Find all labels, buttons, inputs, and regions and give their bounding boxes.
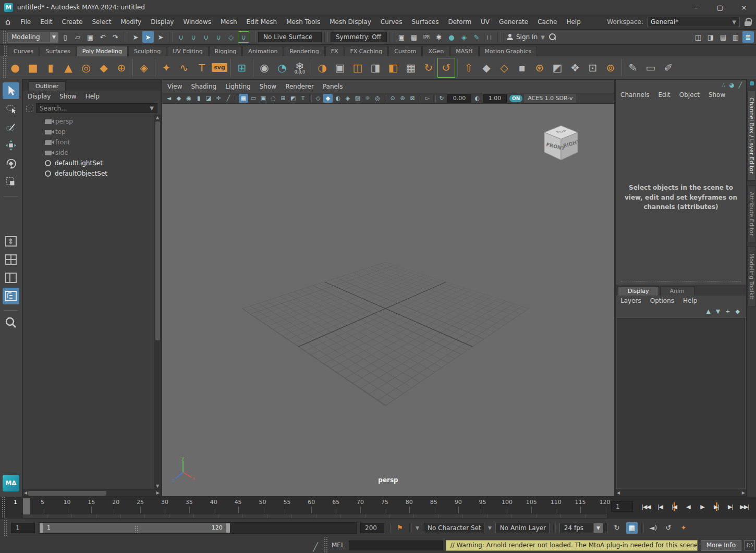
layer-list-area[interactable] [617, 318, 745, 488]
toggle-tool-settings-icon[interactable]: ◨ [705, 31, 716, 43]
close-button[interactable]: × [732, 0, 756, 15]
outliner-item-defaultobjectset[interactable]: defaultObjectSet [23, 168, 154, 179]
extrude-icon[interactable]: ⇧ [460, 58, 478, 78]
outliner-item-top[interactable]: top [23, 127, 154, 137]
command-language-label[interactable]: MEL [331, 542, 346, 549]
workspace-select[interactable]: General* ▼ [647, 17, 740, 27]
menu-file[interactable]: File [16, 18, 35, 26]
drag-handle[interactable] [3, 519, 7, 537]
layer-new-selected-icon[interactable]: ◆ [736, 308, 740, 315]
range-center-grip[interactable] [135, 525, 138, 533]
toggle-outliner-icon[interactable]: ▥ [730, 31, 741, 43]
select-object-icon[interactable]: ➤ [142, 31, 154, 43]
fps-dropdown[interactable]: 24 fps ▼ [559, 523, 607, 533]
render-settings-icon[interactable]: ✱ [433, 31, 445, 43]
shelf-tab-fx-caching[interactable]: FX Caching [345, 46, 388, 56]
outliner-menu-display[interactable]: Display [28, 93, 51, 100]
separate-icon[interactable]: ◫ [349, 58, 367, 78]
cage-deform-icon[interactable]: ⊡ [584, 58, 602, 78]
wireframe-icon[interactable]: ◇ [313, 94, 323, 103]
checker-icon[interactable]: ▨ [353, 94, 362, 103]
scroll-left-icon[interactable]: ◀ [24, 490, 27, 496]
circularize-icon[interactable]: ⊛ [531, 58, 548, 78]
textured-icon[interactable]: ◈ [343, 94, 352, 103]
menu-mesh-display[interactable]: Mesh Display [325, 18, 376, 26]
side-tab-modeling-toolkit[interactable]: Modeling Toolkit [747, 247, 756, 306]
drag-handle[interactable] [2, 30, 6, 44]
field-chart-icon[interactable]: ⊞ [278, 94, 288, 103]
toolbar-group-separator[interactable] [389, 32, 393, 42]
film-gate-icon[interactable]: ▭ [249, 94, 258, 103]
layout-outliner-persp-button[interactable] [3, 288, 19, 304]
play-backwards-button[interactable]: ◀ [681, 500, 695, 513]
toolbar-group-separator[interactable] [252, 32, 255, 42]
scrollbar-thumb[interactable] [28, 491, 106, 496]
menu-modify[interactable]: Modify [116, 18, 146, 26]
layer-move-up-icon[interactable]: ▲ [706, 308, 710, 315]
open-scene-icon[interactable]: ▱ [72, 31, 83, 43]
resize-grip-icon[interactable]: ╱ [313, 542, 318, 552]
layer-menu-layers[interactable]: Layers [620, 297, 641, 304]
ipr-render-icon[interactable]: IPR [421, 31, 432, 43]
booleans-icon[interactable]: ◑ [313, 58, 331, 78]
bookmark-icon[interactable]: ▮ [194, 94, 203, 103]
layer-tab-display[interactable]: Display [618, 286, 659, 296]
menu-help[interactable]: Help [562, 18, 585, 26]
isolate-select-icon[interactable]: ▻ [423, 94, 432, 103]
poly-disc-icon[interactable]: ⊕ [113, 58, 130, 78]
lock-camera-icon[interactable]: ◆ [174, 94, 184, 103]
channel-graph-icon[interactable]: ╱ [738, 82, 742, 89]
animation-start-field[interactable]: 1 [11, 523, 35, 533]
split-face-icon[interactable]: ◩ [548, 58, 566, 78]
toggle-channel-box-icon[interactable]: ▤ [717, 31, 729, 43]
lock-icon[interactable] [745, 18, 751, 26]
grid-icon[interactable]: ▦ [239, 94, 248, 103]
range-end-handle[interactable] [226, 523, 230, 533]
scroll-down-icon[interactable]: ▼ [156, 484, 159, 489]
extract-icon[interactable]: ◨ [367, 58, 384, 78]
zero-transforms-icon[interactable]: ❄0,0,0 [291, 58, 309, 78]
channel-box-menu-channels[interactable]: Channels [620, 91, 650, 99]
sweep-mesh-icon[interactable]: ✦ [157, 58, 175, 78]
maximize-button[interactable]: ▢ [708, 0, 732, 15]
maya-avatar[interactable]: MA [3, 475, 19, 491]
range-start-handle[interactable] [40, 523, 43, 533]
menu-create[interactable]: Create [57, 18, 88, 26]
menu-edit-mesh[interactable]: Edit Mesh [242, 18, 282, 26]
shelf-tab-surfaces[interactable]: Surfaces [40, 46, 76, 56]
menu-mesh[interactable]: Mesh [216, 18, 242, 26]
exposure-icon[interactable]: ↻ [437, 94, 446, 103]
gamma-field[interactable]: 1.00 [483, 94, 507, 103]
evaluation-mode-icon[interactable]: ✦ [678, 522, 689, 534]
layer-tab-anim[interactable]: Anim [660, 286, 694, 296]
menu-cache[interactable]: Cache [533, 18, 562, 26]
outliner-tab[interactable]: Outliner [28, 81, 66, 91]
drag-handle[interactable] [1, 497, 5, 518]
more-info-button[interactable]: More Info [701, 540, 741, 551]
step-back-frame-button[interactable]: |◀ [653, 500, 667, 513]
snap-to-curve-icon[interactable]: ∪ [188, 31, 199, 43]
toggle-attribute-editor-icon[interactable]: ◫ [692, 31, 704, 43]
safe-action-icon[interactable]: ◩ [288, 94, 298, 103]
panel-menu-renderer[interactable]: Renderer [285, 83, 314, 90]
drag-handle[interactable] [2, 56, 6, 79]
flow-diamonds-icon[interactable]: ❖ [566, 58, 584, 78]
poly-sphere-icon[interactable]: ● [6, 58, 24, 78]
panel-menu-view[interactable]: View [167, 83, 182, 90]
spin-edge-icon[interactable]: ↻ [420, 58, 437, 78]
smooth-icon[interactable]: ▦ [402, 58, 420, 78]
chevron-down-icon[interactable]: ▼ [488, 525, 492, 531]
toolbar-group-separator[interactable] [324, 32, 328, 42]
time-slider[interactable]: 5101520253035404550556065707580859095100… [0, 497, 756, 518]
channel-display-icon[interactable]: ∴ [722, 82, 725, 89]
poly-helix-icon[interactable]: ∿ [175, 58, 193, 78]
symmetry-field[interactable]: Symmetry: Off [331, 32, 387, 42]
rotate-tool[interactable] [3, 155, 19, 172]
playback-range-bar[interactable]: 1 120 [40, 523, 230, 533]
pan-zoom-icon[interactable]: ✛ [214, 94, 223, 103]
current-frame-field[interactable]: 1 [611, 501, 633, 512]
layer-horizontal-scrollbar[interactable]: ◀ ▶ [616, 489, 746, 496]
workspace-panels-icon[interactable]: ≣ [742, 31, 754, 43]
toolbar-group-separator[interactable] [169, 32, 173, 42]
menu-generate[interactable]: Generate [494, 18, 533, 26]
